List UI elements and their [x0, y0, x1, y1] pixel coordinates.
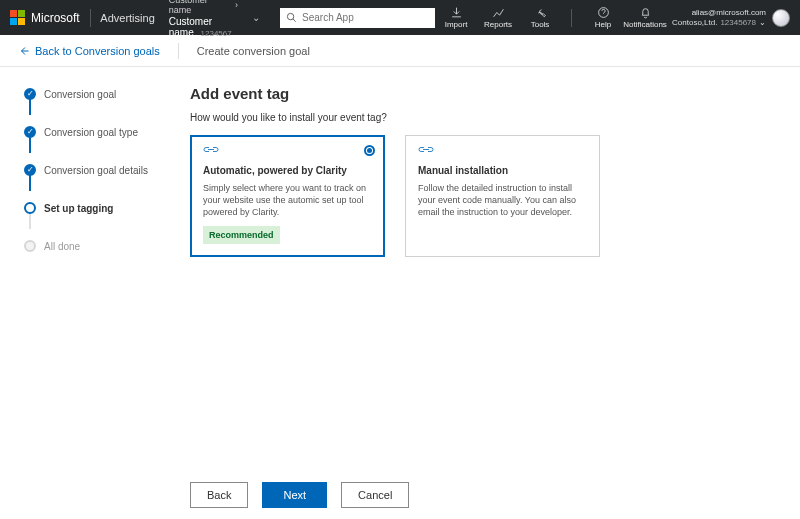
customer-number: 1234567: [201, 29, 232, 38]
tools-label: Tools: [531, 20, 550, 29]
step-dot-done: [24, 88, 36, 100]
import-tool[interactable]: Import: [435, 6, 477, 29]
back-link[interactable]: Back to Conversion goals: [18, 45, 160, 57]
brand-label: Microsoft: [31, 11, 80, 25]
stepper: Conversion goal Conversion goal type Con…: [0, 67, 160, 471]
step-set-up-tagging: Set up tagging: [24, 199, 160, 217]
help-label: Help: [595, 20, 611, 29]
option-automatic[interactable]: Automatic, powered by Clarity Simply sel…: [190, 135, 385, 257]
search-icon: [286, 12, 297, 23]
reports-icon: [492, 6, 505, 19]
import-icon: [450, 6, 463, 19]
chevron-right-icon: ›: [235, 1, 238, 11]
brand: Microsoft: [10, 10, 80, 25]
step-dot-pending: [24, 240, 36, 252]
step-label: All done: [44, 241, 80, 252]
step-dot-done: [24, 126, 36, 138]
subheader: Back to Conversion goals Create conversi…: [0, 35, 800, 67]
notifications-label: Notifications: [623, 20, 667, 29]
microsoft-logo-icon: [10, 10, 25, 25]
step-all-done: All done: [24, 237, 160, 255]
divider: [90, 9, 91, 27]
cancel-button[interactable]: Cancel: [341, 482, 409, 508]
chevron-down-icon: ⌄: [759, 18, 766, 27]
step-conversion-goal: Conversion goal: [24, 85, 160, 103]
product-label: Advertising: [100, 12, 154, 24]
recommended-badge: Recommended: [203, 226, 280, 244]
step-dot-current: [24, 202, 36, 214]
step-label: Conversion goal: [44, 89, 116, 100]
heading: Add event tag: [190, 85, 782, 102]
top-header: Microsoft Advertising Customer name › Cu…: [0, 0, 800, 35]
body: Conversion goal Conversion goal type Con…: [0, 67, 800, 471]
step-conversion-goal-details: Conversion goal details: [24, 161, 160, 179]
link-icon: [203, 146, 372, 160]
customer-line1: Customer name: [169, 0, 231, 16]
wrench-icon: [534, 6, 547, 19]
page-title: Create conversion goal: [197, 45, 310, 57]
card-title: Manual installation: [418, 164, 587, 178]
step-conversion-goal-type: Conversion goal type: [24, 123, 160, 141]
back-button[interactable]: Back: [190, 482, 248, 508]
help-icon: [597, 6, 610, 19]
chevron-down-icon[interactable]: ⌄: [252, 12, 260, 23]
account-number: 12345678: [720, 18, 756, 27]
avatar[interactable]: [772, 9, 790, 27]
radio-selected[interactable]: [364, 145, 375, 156]
reports-label: Reports: [484, 20, 512, 29]
reports-tool[interactable]: Reports: [477, 6, 519, 29]
header-tools: Import Reports Tools Help Notifications …: [435, 6, 790, 29]
search-input[interactable]: [302, 12, 429, 23]
tools-tool[interactable]: Tools: [519, 6, 561, 29]
notifications-tool[interactable]: Notifications: [624, 6, 666, 29]
divider: [178, 43, 179, 59]
option-cards: Automatic, powered by Clarity Simply sel…: [190, 135, 782, 257]
prompt-text: How would you like to install your event…: [190, 112, 782, 123]
step-label: Conversion goal type: [44, 127, 138, 138]
back-label: Back to Conversion goals: [35, 45, 160, 57]
account-email: alias@microsoft.com: [692, 8, 766, 17]
svg-point-0: [287, 13, 293, 19]
next-button[interactable]: Next: [262, 482, 327, 508]
step-dot-done: [24, 164, 36, 176]
step-label: Set up tagging: [44, 203, 113, 214]
import-label: Import: [445, 20, 468, 29]
card-desc: Simply select where you want to track on…: [203, 182, 372, 218]
card-desc: Follow the detailed instruction to insta…: [418, 182, 587, 218]
help-tool[interactable]: Help: [582, 6, 624, 29]
search-box[interactable]: [280, 8, 435, 28]
step-label: Conversion goal details: [44, 165, 148, 176]
divider: [571, 9, 572, 27]
svg-line-1: [293, 19, 296, 22]
link-icon: [418, 146, 587, 160]
main-content: Add event tag How would you like to inst…: [160, 67, 800, 471]
account-name: Contoso,Ltd.: [672, 18, 717, 27]
customer-selector[interactable]: Customer name › Customer name 1234567: [169, 0, 238, 39]
card-title: Automatic, powered by Clarity: [203, 164, 372, 178]
bell-icon: [639, 6, 652, 19]
footer-actions: Back Next Cancel: [0, 471, 800, 519]
arrow-left-icon: [18, 45, 30, 57]
option-manual[interactable]: Manual installation Follow the detailed …: [405, 135, 600, 257]
account-info[interactable]: alias@microsoft.com Contoso,Ltd. 1234567…: [672, 8, 766, 26]
